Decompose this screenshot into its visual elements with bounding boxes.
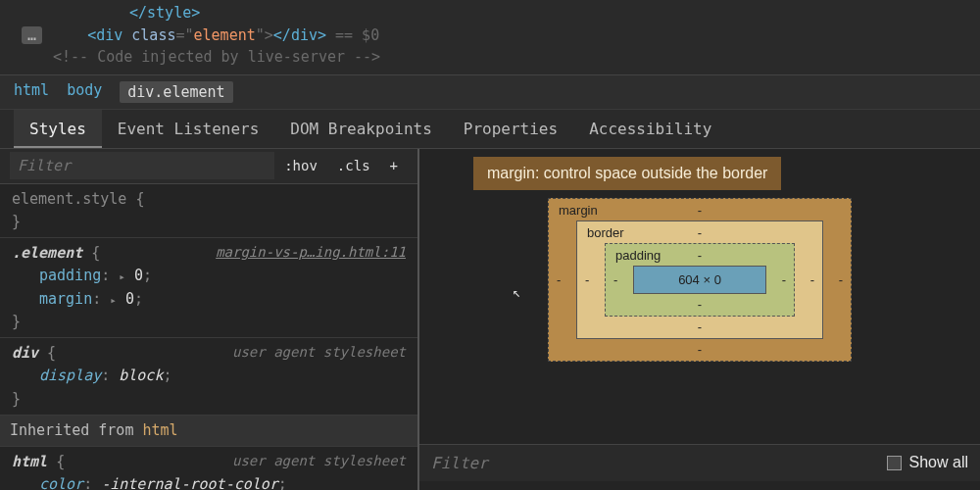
computed-filter-input[interactable] — [431, 454, 887, 472]
style-property[interactable]: color: -internal-root-color; — [12, 473, 406, 490]
style-property[interactable]: padding: ▸ 0; — [12, 265, 406, 287]
brace-close: } — [12, 211, 406, 233]
computed-property[interactable]: ▸ color rgb(0, 0, 0) — [419, 481, 980, 491]
style-rule[interactable]: user agent stylesheet div { display: blo… — [0, 338, 417, 416]
brace-close: } — [12, 311, 406, 333]
styles-tabs: Styles Event Listeners DOM Breakpoints P… — [0, 110, 980, 149]
tab-event-listeners[interactable]: Event Listeners — [102, 110, 275, 148]
cursor-icon: ↖ — [513, 284, 520, 300]
brace-close: } — [12, 388, 406, 411]
box-model[interactable]: margin -- -- border -- -- padding -- -- … — [548, 198, 852, 362]
box-model-border[interactable]: border -- -- padding -- -- 604 × 0 — [576, 220, 823, 339]
selector: element.style { — [12, 188, 406, 211]
expand-icon[interactable]: ▸ — [433, 487, 443, 491]
computed-toolbar: Show all — [419, 444, 980, 481]
cls-button[interactable]: .cls — [327, 158, 380, 173]
selected-element-line[interactable]: … <div class="element"></div> == $0 — [0, 24, 980, 47]
tab-styles[interactable]: Styles — [14, 110, 102, 148]
code-line: </style> — [0, 2, 980, 24]
show-all-label: Show all — [909, 454, 968, 471]
styles-panel: :hov .cls + element.style { } margin-vs-… — [0, 149, 419, 491]
show-all-checkbox[interactable] — [887, 456, 902, 470]
expand-icon[interactable]: ▸ — [119, 270, 125, 283]
style-property[interactable]: display: block; — [12, 365, 406, 387]
ellipsis-icon[interactable]: … — [22, 26, 42, 44]
code-line: <!-- Code injected by live-server --> — [0, 46, 980, 69]
add-rule-button[interactable]: + — [380, 158, 408, 173]
margin-tooltip: margin: control space outside the border — [473, 157, 781, 190]
styles-toolbar: :hov .cls + — [0, 149, 417, 184]
breadcrumb-body[interactable]: body — [67, 81, 102, 103]
hov-button[interactable]: :hov — [274, 158, 327, 173]
computed-panel: margin: control space outside the border… — [419, 149, 980, 491]
breadcrumb-html[interactable]: html — [14, 81, 49, 103]
style-rule[interactable]: margin-vs-p…ing.html:11 .element { paddi… — [0, 238, 417, 338]
inherited-from: Inherited from html — [0, 416, 417, 447]
styles-list: element.style { } margin-vs-p…ing.html:1… — [0, 184, 417, 491]
style-property[interactable]: margin: ▸ 0; — [12, 288, 406, 311]
box-model-content[interactable]: 604 × 0 — [633, 266, 766, 294]
computed-prop-value: rgb(0, 0, 0) — [834, 487, 966, 491]
dom-tree[interactable]: </style> … <div class="element"></div> =… — [0, 0, 980, 75]
style-rule[interactable]: element.style { } — [0, 184, 417, 239]
expand-icon[interactable]: ▸ — [110, 294, 117, 307]
selector: div — [12, 344, 38, 362]
tab-properties[interactable]: Properties — [448, 110, 573, 148]
tab-accessibility[interactable]: Accessibility — [573, 110, 727, 148]
breadcrumb: html body div.element — [0, 75, 980, 110]
selector: html — [12, 453, 47, 470]
source-link[interactable]: margin-vs-p…ing.html:11 — [216, 242, 406, 264]
box-model-padding[interactable]: padding -- -- 604 × 0 — [605, 243, 795, 317]
filter-input[interactable] — [10, 152, 274, 179]
selector: .element — [12, 244, 82, 262]
breadcrumb-current[interactable]: div.element — [120, 81, 232, 103]
box-model-margin[interactable]: margin -- -- border -- -- padding -- -- … — [548, 198, 852, 362]
ua-stylesheet-label: user agent stylesheet — [232, 451, 406, 472]
style-rule[interactable]: user agent stylesheet html { color: -int… — [0, 447, 417, 490]
computed-prop-name: color — [449, 487, 496, 491]
tab-dom-breakpoints[interactable]: DOM Breakpoints — [274, 110, 448, 148]
ua-stylesheet-label: user agent stylesheet — [232, 342, 406, 364]
